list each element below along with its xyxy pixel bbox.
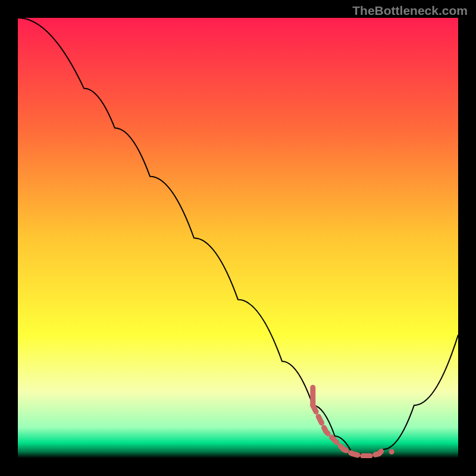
bottleneck-curve-line <box>18 18 458 458</box>
watermark-text: TheBottleneck.com <box>352 4 468 18</box>
chart-plot-area <box>18 18 458 458</box>
highlight-segment <box>313 387 394 456</box>
chart-curves <box>18 18 458 458</box>
svg-point-1 <box>389 449 394 455</box>
